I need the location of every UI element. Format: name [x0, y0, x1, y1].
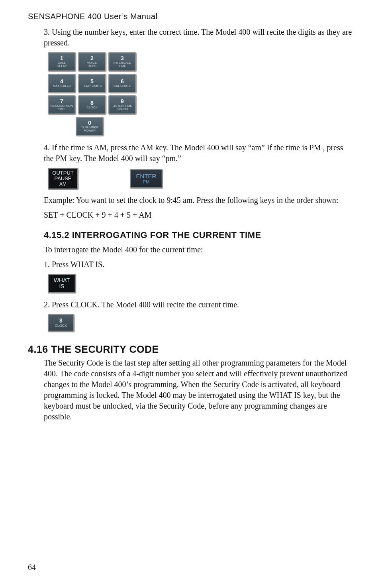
- heading-4-16: 4.16 THE SECURITY CODE: [28, 344, 352, 355]
- key-2[interactable]: 2VOICEREPS: [78, 52, 106, 71]
- enter-key-line2: PM: [143, 179, 150, 184]
- key-7[interactable]: 7RECOGNITIONTIME: [48, 95, 76, 114]
- key-4-label: MAX CALLS: [53, 85, 71, 88]
- page-number: 64: [28, 563, 36, 572]
- key-9-label: LISTEN TIMESOUND: [112, 104, 132, 111]
- enter-key-line1: ENTER: [136, 173, 157, 180]
- what-is-line2: IS: [59, 283, 64, 289]
- heading-4-15-2: 4.15.2 INTERROGATING FOR THE CURRENT TIM…: [44, 230, 352, 240]
- doc-header: SENSAPHONE 400 User’s Manual: [28, 12, 352, 21]
- clock-key-label: CLOCK: [55, 324, 67, 328]
- key-5[interactable]: 5TEMP LIMITS: [78, 74, 106, 93]
- key-8-label: CLOCK: [86, 106, 98, 109]
- interrogate-step-1: 1. Press WHAT IS.: [44, 259, 352, 270]
- key-3[interactable]: 3INTERCALLTIME: [108, 52, 136, 71]
- key-8-num: 8: [90, 100, 94, 106]
- example-text: Example: You want to set the clock to 9:…: [44, 195, 352, 206]
- key-7-num: 7: [60, 98, 63, 104]
- security-code-paragraph: The Security Code is the last step after…: [44, 358, 352, 422]
- number-keypad: 1CALLDELAY 2VOICEREPS 3INTERCALLTIME 4MA…: [48, 52, 352, 136]
- key-0-num: 0: [88, 120, 91, 126]
- key-sequence: SET + CLOCK + 9 + 4 + 5 + AM: [44, 210, 352, 220]
- key-8[interactable]: 8CLOCK: [78, 95, 106, 114]
- interrogate-step-2: 2. Press CLOCK. The Model 400 will recit…: [44, 299, 352, 310]
- am-key-line1: OUTPUT: [52, 170, 73, 176]
- step-4-text: 4. If the time is AM, press the AM key. …: [44, 142, 352, 164]
- interrogate-intro: To interrogate the Model 400 for the cur…: [44, 244, 352, 255]
- am-key-line3: AM: [59, 182, 67, 187]
- key-2-num: 2: [90, 55, 94, 61]
- what-is-key[interactable]: WHAT IS: [48, 274, 76, 293]
- am-key-line2: PAUSE: [54, 176, 71, 181]
- key-2-label: VOICEREPS: [87, 61, 97, 68]
- key-3-num: 3: [121, 55, 124, 61]
- key-3-label: INTERCALLTIME: [114, 61, 131, 68]
- clock-key[interactable]: 8 CLOCK: [48, 314, 74, 332]
- enter-pm-key[interactable]: ENTER PM: [130, 169, 163, 188]
- key-9[interactable]: 9LISTEN TIMESOUND: [108, 95, 136, 114]
- key-6[interactable]: 6CALIBRATE: [108, 74, 136, 93]
- key-7-label: RECOGNITIONTIME: [51, 104, 73, 111]
- key-1[interactable]: 1CALLDELAY: [48, 52, 76, 71]
- step-3-text: 3. Using the number keys, enter the corr…: [44, 27, 352, 48]
- key-6-label: CALIBRATE: [114, 85, 131, 88]
- key-0-label: ID NUMBERPOWER: [81, 126, 99, 133]
- what-is-line1: WHAT: [54, 277, 70, 283]
- key-4[interactable]: 4MAX CALLS: [48, 74, 76, 93]
- clock-key-num: 8: [59, 318, 63, 324]
- key-4-num: 4: [60, 79, 63, 85]
- am-key[interactable]: OUTPUT PAUSE AM: [48, 168, 78, 189]
- key-0[interactable]: 0ID NUMBERPOWER: [76, 117, 104, 136]
- key-9-num: 9: [121, 98, 124, 104]
- key-1-num: 1: [60, 55, 63, 61]
- key-1-label: CALLDELAY: [57, 61, 67, 68]
- key-6-num: 6: [121, 79, 124, 85]
- key-5-num: 5: [90, 79, 94, 85]
- key-5-label: TEMP LIMITS: [82, 85, 102, 88]
